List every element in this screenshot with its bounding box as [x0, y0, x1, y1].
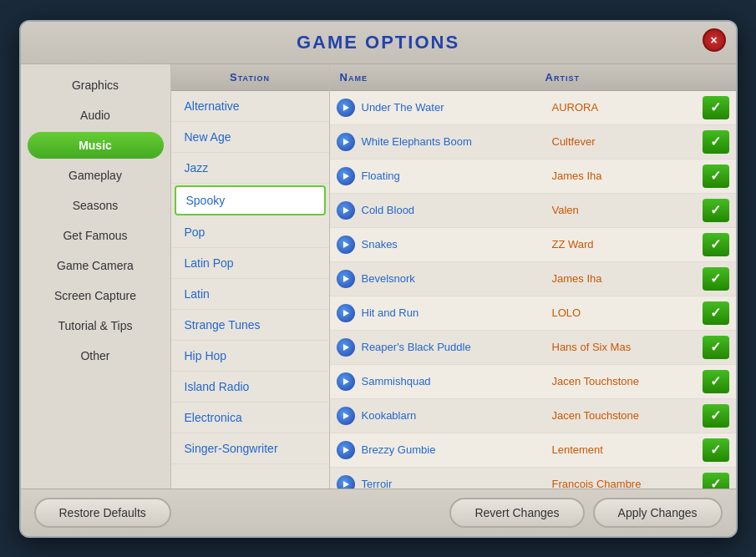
- left-nav: GraphicsAudioMusicGameplaySeasonsGet Fam…: [21, 64, 171, 489]
- station-item-latin-pop[interactable]: Latin Pop: [171, 248, 329, 279]
- play-button[interactable]: [337, 372, 355, 391]
- track-checkbox[interactable]: [703, 438, 729, 462]
- station-item-jazz[interactable]: Jazz: [171, 153, 329, 184]
- track-row: Under The WaterAURORA: [330, 91, 736, 125]
- play-button[interactable]: [337, 407, 355, 425]
- track-checkbox[interactable]: [703, 130, 729, 154]
- track-artist: Lentement: [552, 443, 703, 456]
- station-item-hip-hop[interactable]: Hip Hop: [171, 341, 329, 372]
- station-item-new-age[interactable]: New Age: [171, 122, 329, 153]
- tracks-list[interactable]: Under The WaterAURORAWhite Elephants Boo…: [330, 91, 736, 489]
- sidebar-item-seasons[interactable]: Seasons: [28, 192, 164, 219]
- track-checkbox[interactable]: [703, 370, 729, 393]
- track-name: Cold Blood: [362, 204, 552, 216]
- track-artist: AURORA: [552, 101, 703, 114]
- track-checkbox[interactable]: [703, 96, 729, 119]
- play-button[interactable]: [337, 338, 355, 357]
- track-name: Under The Water: [362, 101, 552, 114]
- track-row: White Elephants BoomCultfever: [330, 125, 736, 160]
- dialog-content: GraphicsAudioMusicGameplaySeasonsGet Fam…: [21, 64, 736, 489]
- sidebar-item-tutorial-tips[interactable]: Tutorial & Tips: [28, 312, 164, 339]
- track-checkbox[interactable]: [703, 267, 729, 291]
- right-panel: Station AlternativeNew AgeJazzSpookyPopL…: [171, 64, 736, 489]
- sidebar-item-screen-capture[interactable]: Screen Capture: [28, 282, 164, 309]
- track-checkbox[interactable]: [703, 301, 729, 325]
- footer: Restore Defaults Revert Changes Apply Ch…: [21, 489, 736, 536]
- station-item-singer-songwriter[interactable]: Singer-Songwriter: [171, 433, 329, 464]
- play-button[interactable]: [337, 167, 355, 185]
- apply-changes-button[interactable]: Apply Changes: [593, 498, 723, 528]
- sidebar-item-audio[interactable]: Audio: [28, 102, 164, 129]
- track-artist: LOLO: [552, 306, 703, 319]
- tracks-area: Name Artist Under The WaterAURORAWhite E…: [330, 64, 736, 489]
- dialog-title: Game Options: [34, 32, 723, 53]
- play-button[interactable]: [337, 304, 355, 322]
- track-row: Hit and RunLOLO: [330, 296, 736, 331]
- track-checkbox[interactable]: [703, 404, 729, 428]
- station-item-alternative[interactable]: Alternative: [171, 91, 329, 122]
- track-artist: James Iha: [552, 170, 703, 182]
- track-name: Kookablarn: [362, 409, 552, 422]
- track-row: BevelsnorkJames Iha: [330, 262, 736, 296]
- track-checkbox[interactable]: [703, 336, 729, 359]
- sidebar-item-gameplay[interactable]: Gameplay: [28, 162, 164, 189]
- revert-changes-button[interactable]: Revert Changes: [449, 498, 584, 528]
- track-artist: ZZ Ward: [552, 238, 703, 251]
- track-row: Cold BloodValen: [330, 194, 736, 228]
- track-row: FloatingJames Iha: [330, 160, 736, 194]
- station-column: Station AlternativeNew AgeJazzSpookyPopL…: [171, 64, 330, 489]
- sidebar-item-music[interactable]: Music: [28, 132, 164, 159]
- station-item-electronica[interactable]: Electronica: [171, 403, 329, 433]
- restore-defaults-button[interactable]: Restore Defaults: [34, 498, 171, 528]
- track-checkbox[interactable]: [703, 165, 729, 188]
- track-row: SnakesZZ Ward: [330, 228, 736, 262]
- close-button[interactable]: ×: [703, 28, 726, 52]
- footer-right-buttons: Revert Changes Apply Changes: [449, 498, 722, 528]
- track-checkbox[interactable]: [703, 473, 729, 489]
- station-item-spooky[interactable]: Spooky: [175, 185, 326, 215]
- track-artist: Jacen Touchstone: [552, 409, 703, 422]
- play-button[interactable]: [337, 133, 355, 151]
- track-artist: Jacen Touchstone: [552, 375, 703, 387]
- track-row: KookablarnJacen Touchstone: [330, 399, 736, 433]
- track-row: TerroirFrancois Chambre: [330, 468, 736, 489]
- track-name: Brezzy Gumbie: [362, 443, 552, 456]
- station-col-header: Station: [171, 64, 329, 91]
- sidebar-item-game-camera[interactable]: Game Camera: [28, 252, 164, 279]
- station-list[interactable]: AlternativeNew AgeJazzSpookyPopLatin Pop…: [171, 91, 329, 489]
- track-artist: Cultfever: [552, 135, 703, 148]
- play-button[interactable]: [337, 270, 355, 288]
- track-artist: Hans of Six Mas: [552, 341, 703, 353]
- track-checkbox[interactable]: [703, 233, 729, 256]
- station-item-strange-tunes[interactable]: Strange Tunes: [171, 310, 329, 341]
- sidebar-item-get-famous[interactable]: Get Famous: [28, 222, 164, 249]
- play-button[interactable]: [337, 441, 355, 459]
- track-name: Floating: [362, 170, 552, 182]
- play-button[interactable]: [337, 201, 355, 220]
- station-item-island-radio[interactable]: Island Radio: [171, 372, 329, 403]
- track-name: Snakes: [362, 238, 552, 251]
- track-checkbox[interactable]: [703, 199, 729, 222]
- track-name: Bevelsnork: [362, 272, 552, 285]
- game-options-dialog: Game Options × GraphicsAudioMusicGamepla…: [19, 20, 738, 538]
- play-button[interactable]: [337, 235, 355, 254]
- station-item-latin[interactable]: Latin: [171, 279, 329, 310]
- tracks-header: Name Artist: [330, 64, 736, 91]
- track-artist: James Iha: [552, 272, 703, 285]
- play-button[interactable]: [337, 475, 355, 489]
- track-artist-header: Artist: [535, 64, 703, 90]
- track-name: White Elephants Boom: [362, 135, 552, 148]
- track-artist: Francois Chambre: [552, 478, 703, 489]
- sidebar-item-graphics[interactable]: Graphics: [28, 72, 164, 99]
- stations-tracks: Station AlternativeNew AgeJazzSpookyPopL…: [171, 64, 736, 489]
- play-button[interactable]: [337, 99, 355, 117]
- track-name: Terroir: [362, 478, 552, 489]
- track-row: SammishquadJacen Touchstone: [330, 365, 736, 399]
- track-artist: Valen: [552, 204, 703, 216]
- sidebar-item-other[interactable]: Other: [28, 342, 164, 369]
- track-check-header: [703, 64, 736, 90]
- track-row: Brezzy GumbieLentement: [330, 433, 736, 468]
- station-item-pop[interactable]: Pop: [171, 217, 329, 248]
- track-row: Reaper's Black PuddleHans of Six Mas: [330, 331, 736, 365]
- track-name: Sammishquad: [362, 375, 552, 387]
